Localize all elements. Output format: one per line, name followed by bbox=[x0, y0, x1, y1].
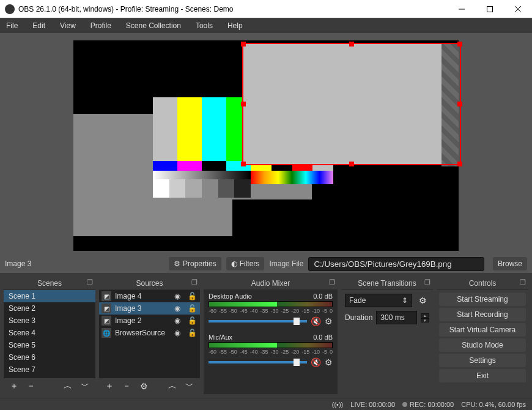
controls-popout-icon[interactable]: ❐ bbox=[520, 278, 526, 286]
meter-ticks: -60-55-50-45-40-35-30-25-20-15-10-50 bbox=[209, 349, 333, 355]
broadcast-icon: ((•)) bbox=[332, 401, 344, 408]
mute-button[interactable]: 🔇 bbox=[311, 316, 321, 326]
channel-name: Mic/Aux bbox=[209, 334, 232, 341]
filters-icon: ◐ bbox=[231, 259, 237, 268]
scenes-header: Scenes ❐ bbox=[4, 277, 95, 290]
menu-edit[interactable]: Edit bbox=[30, 20, 48, 31]
selection-handle-e[interactable] bbox=[457, 102, 462, 106]
preview-canvas[interactable] bbox=[73, 40, 459, 251]
image-file-input[interactable] bbox=[308, 257, 484, 271]
control-button[interactable]: Studio Mode bbox=[439, 338, 526, 352]
menu-tools[interactable]: Tools bbox=[193, 20, 215, 31]
source-add-button[interactable]: ＋ bbox=[103, 379, 116, 393]
scene-remove-button[interactable]: － bbox=[24, 379, 38, 393]
filters-button[interactable]: ◐Filters bbox=[226, 257, 265, 270]
scenes-list[interactable]: Scene 1Scene 2Scene 3Scene 4Scene 5Scene… bbox=[4, 290, 95, 378]
app-icon bbox=[5, 4, 15, 14]
visibility-toggle[interactable]: ◉ bbox=[172, 316, 183, 325]
spin-down-icon[interactable]: ▾ bbox=[421, 318, 429, 322]
control-button[interactable]: Start Streaming bbox=[439, 293, 526, 306]
menu-file[interactable]: File bbox=[4, 20, 20, 31]
volume-slider[interactable] bbox=[209, 361, 307, 363]
control-button[interactable]: Start Recording bbox=[439, 308, 526, 321]
mixer-channel: Mic/Aux0.0 dB-60-55-50-45-40-35-30-25-20… bbox=[204, 331, 338, 372]
menu-scene-collection[interactable]: Scene Collection bbox=[124, 20, 183, 31]
source-down-button[interactable]: ﹀ bbox=[183, 379, 196, 393]
scene-item[interactable]: Scene 5 bbox=[4, 339, 95, 351]
selection-handle-w[interactable] bbox=[241, 102, 246, 106]
browse-button[interactable]: Browse bbox=[493, 257, 527, 270]
spin-up-icon[interactable]: ▴ bbox=[421, 313, 429, 318]
visibility-toggle[interactable]: ◉ bbox=[172, 292, 183, 300]
source-up-button[interactable]: ︿ bbox=[166, 379, 179, 393]
scene-item[interactable]: Scene 4 bbox=[4, 327, 95, 339]
duration-spinner[interactable]: ▴ ▾ bbox=[421, 313, 429, 322]
selection-handle-nw[interactable] bbox=[241, 42, 246, 47]
preview-area bbox=[0, 33, 532, 255]
preview-grey-image-2 bbox=[73, 199, 232, 236]
visibility-toggle[interactable]: ◉ bbox=[172, 304, 183, 313]
image-icon: ◩ bbox=[102, 316, 111, 326]
menu-profile[interactable]: Profile bbox=[88, 20, 114, 31]
close-button[interactable] bbox=[504, 0, 532, 18]
lock-toggle[interactable]: 🔓 bbox=[187, 329, 198, 337]
source-props-button[interactable]: ⚙ bbox=[137, 379, 150, 393]
selection-handle-ne[interactable] bbox=[457, 42, 462, 47]
control-button[interactable]: Start Virtual Camera bbox=[439, 323, 526, 337]
selection-outline[interactable] bbox=[242, 43, 461, 165]
selection-handle-se[interactable] bbox=[457, 162, 462, 166]
selection-handle-s[interactable] bbox=[349, 162, 354, 166]
image-icon: ◩ bbox=[102, 291, 111, 301]
selected-source-label: Image 3 bbox=[5, 259, 164, 268]
duration-label: Duration bbox=[345, 313, 372, 322]
scene-item[interactable]: Scene 7 bbox=[4, 363, 95, 376]
lock-toggle[interactable]: 🔓 bbox=[187, 316, 198, 325]
volume-slider[interactable] bbox=[209, 320, 307, 322]
channel-db: 0.0 dB bbox=[313, 334, 333, 341]
audio-meter bbox=[209, 301, 333, 307]
scene-down-button[interactable]: ﹀ bbox=[78, 379, 92, 393]
channel-gear-button[interactable]: ⚙ bbox=[325, 316, 333, 326]
lock-toggle[interactable]: 🔓 bbox=[187, 292, 198, 300]
selection-handle-sw[interactable] bbox=[241, 162, 246, 166]
menu-help[interactable]: Help bbox=[225, 20, 245, 31]
selection-handle-n[interactable] bbox=[349, 42, 354, 47]
scene-up-button[interactable]: ︿ bbox=[61, 379, 75, 393]
scene-item[interactable]: Scene 3 bbox=[4, 315, 95, 327]
titlebar: OBS 26.1.0 (64-bit, windows) - Profile: … bbox=[0, 0, 532, 18]
scene-item[interactable]: Scene 6 bbox=[4, 351, 95, 363]
scene-item[interactable]: Scene 2 bbox=[4, 302, 95, 315]
transitions-header: Scene Transitions ❐ bbox=[341, 277, 433, 290]
maximize-button[interactable] bbox=[476, 0, 504, 18]
scene-add-button[interactable]: ＋ bbox=[7, 379, 21, 393]
minimize-button[interactable] bbox=[448, 0, 476, 18]
control-button[interactable]: Settings bbox=[439, 354, 526, 367]
menu-view[interactable]: View bbox=[57, 20, 78, 31]
channel-gear-button[interactable]: ⚙ bbox=[325, 357, 333, 367]
mixer-popout-icon[interactable]: ❐ bbox=[329, 278, 335, 286]
mute-button[interactable]: 🔇 bbox=[311, 357, 321, 367]
scene-item[interactable]: Scene 1 bbox=[4, 290, 95, 302]
audio-meter bbox=[209, 342, 333, 348]
transition-select[interactable]: Fade ⇕ bbox=[345, 294, 412, 307]
source-item[interactable]: ◩Image 2◉🔓 bbox=[99, 315, 200, 327]
source-item[interactable]: ◩Image 4◉🔓 bbox=[99, 290, 200, 302]
source-item[interactable]: 🌐BrowserSource◉🔓 bbox=[99, 327, 200, 339]
scenes-popout-icon[interactable]: ❐ bbox=[87, 278, 93, 286]
transition-value: Fade bbox=[349, 296, 366, 305]
mixer-header: Audio Mixer ❐ bbox=[204, 277, 338, 290]
visibility-toggle[interactable]: ◉ bbox=[172, 329, 183, 337]
slider-thumb[interactable] bbox=[294, 359, 300, 366]
sources-list[interactable]: ◩Image 4◉🔓◩Image 3◉🔓◩Image 2◉🔓🌐BrowserSo… bbox=[99, 290, 200, 339]
transitions-title: Scene Transitions bbox=[358, 279, 416, 288]
slider-thumb[interactable] bbox=[294, 318, 300, 325]
lock-toggle[interactable]: 🔓 bbox=[187, 304, 198, 313]
source-item[interactable]: ◩Image 3◉🔓 bbox=[99, 302, 200, 315]
transition-props-button[interactable]: ⚙ bbox=[416, 294, 429, 307]
properties-button[interactable]: ⚙Properties bbox=[169, 257, 221, 270]
source-remove-button[interactable]: － bbox=[120, 379, 133, 393]
control-button[interactable]: Exit bbox=[439, 369, 526, 382]
sources-popout-icon[interactable]: ❐ bbox=[191, 278, 198, 286]
transitions-popout-icon[interactable]: ❐ bbox=[424, 278, 430, 286]
duration-input[interactable]: 300 ms bbox=[376, 311, 417, 324]
